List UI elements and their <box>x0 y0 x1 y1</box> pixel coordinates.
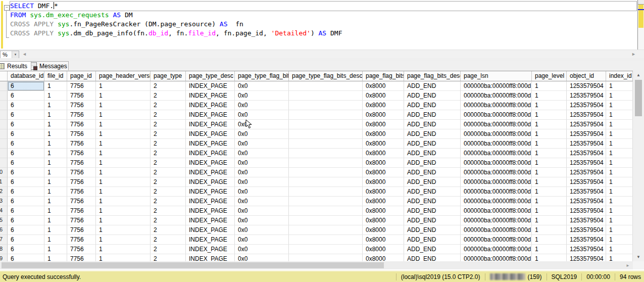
cell-object_id[interactable]: 1253579504 <box>567 216 606 225</box>
cell-file_id[interactable]: 1 <box>44 235 67 245</box>
code-line[interactable]: CROSS APPLY sys.fn_PageResCracker (DM.pa… <box>10 20 636 29</box>
cell-page_flag_bits[interactable]: 0x8000 <box>363 187 404 197</box>
cell-object_id[interactable]: 1253579504 <box>567 254 606 262</box>
cell-file_id[interactable]: 1 <box>44 139 67 149</box>
cell-page_id[interactable]: 7756 <box>67 149 96 158</box>
cell-page_id[interactable]: 7756 <box>67 197 96 206</box>
cell-page_type_flag_bits[interactable]: 0x0 <box>235 216 289 225</box>
row-header[interactable]: 2 <box>0 91 8 101</box>
cell-page_header_version[interactable]: 1 <box>96 139 151 149</box>
cell-index_id[interactable]: 1 <box>606 254 633 262</box>
cell-page_flag_bits_desc[interactable]: ADD_END <box>404 149 461 158</box>
cell-index_id[interactable]: 1 <box>606 187 633 197</box>
cell-index_id[interactable]: 1 <box>606 206 633 216</box>
column-header-page_level[interactable]: page_level <box>532 71 567 81</box>
selected-cell-database_id[interactable]: 6 <box>8 81 44 91</box>
cell-page_type_flag_bits_desc[interactable] <box>289 149 363 158</box>
cell-page_flag_bits[interactable]: 0x8000 <box>363 177 404 187</box>
cell-page_flag_bits_desc[interactable]: ADD_END <box>404 91 461 101</box>
grid-vscroll-thumb[interactable] <box>635 80 642 116</box>
cell-page_header_version[interactable]: 1 <box>96 187 151 197</box>
cell-page_type[interactable]: 2 <box>151 254 186 262</box>
cell-object_id[interactable]: 1253579504 <box>567 158 606 168</box>
cell-page_type_flag_bits_desc[interactable] <box>289 187 363 197</box>
code-line[interactable]: CROSS APPLY sys.dm_db_page_info(fn.db_id… <box>10 29 636 38</box>
cell-page_flag_bits[interactable]: 0x8000 <box>363 197 404 206</box>
cell-page_type_desc[interactable]: INDEX_PAGE <box>186 139 235 149</box>
cell-page_type_flag_bits_desc[interactable] <box>289 197 363 206</box>
cell-page_type_flag_bits[interactable]: 0x0 <box>235 225 289 235</box>
cell-page_type_flag_bits[interactable]: 0x0 <box>235 120 289 129</box>
cell-page_type[interactable]: 2 <box>151 101 186 110</box>
cell-page_level[interactable]: 1 <box>532 149 567 158</box>
cell-page_type_desc[interactable]: INDEX_PAGE <box>186 81 235 91</box>
cell-page_type[interactable]: 2 <box>151 110 186 120</box>
cell-index_id[interactable]: 1 <box>606 101 633 110</box>
cell-index_id[interactable]: 1 <box>606 120 633 129</box>
cell-page_header_version[interactable]: 1 <box>96 225 151 235</box>
cell-page_type[interactable]: 2 <box>151 158 186 168</box>
cell-page_type_desc[interactable]: INDEX_PAGE <box>186 129 235 139</box>
cell-index_id[interactable]: 1 <box>606 91 633 101</box>
cell-index_id[interactable]: 1 <box>606 225 633 235</box>
row-header[interactable]: 11 <box>0 177 8 187</box>
row-header[interactable]: 17 <box>0 235 8 245</box>
cell-object_id[interactable]: 1253579504 <box>567 197 606 206</box>
cell-page_type_desc[interactable]: INDEX_PAGE <box>186 158 235 168</box>
cell-page_type_flag_bits_desc[interactable] <box>289 129 363 139</box>
cell-page_lsn[interactable]: 000000ba:00000ff8:000d <box>461 254 532 262</box>
cell-page_level[interactable]: 1 <box>532 129 567 139</box>
cell-index_id[interactable]: 1 <box>606 110 633 120</box>
cell-page_id[interactable]: 7756 <box>67 81 96 91</box>
cell-database_id[interactable]: 6 <box>8 206 44 216</box>
cell-page_type[interactable]: 2 <box>151 129 186 139</box>
cell-page_lsn[interactable]: 000000ba:00000ff8:000d <box>461 101 532 110</box>
cell-page_header_version[interactable]: 1 <box>96 245 151 254</box>
tab-messages[interactable]: Messages <box>26 61 69 70</box>
cell-page_flag_bits[interactable]: 0x8000 <box>363 101 404 110</box>
cell-page_id[interactable]: 7756 <box>67 168 96 177</box>
cell-database_id[interactable]: 6 <box>8 177 44 187</box>
cell-page_flag_bits[interactable]: 0x8000 <box>363 149 404 158</box>
cell-page_level[interactable]: 1 <box>532 235 567 245</box>
cell-page_lsn[interactable]: 000000ba:00000ff8:000d <box>461 110 532 120</box>
cell-page_id[interactable]: 7756 <box>67 235 96 245</box>
cell-page_type_flag_bits[interactable]: 0x0 <box>235 158 289 168</box>
cell-page_id[interactable]: 7756 <box>67 120 96 129</box>
cell-index_id[interactable]: 1 <box>606 158 633 168</box>
cell-object_id[interactable]: 1253579504 <box>567 139 606 149</box>
cell-page_type[interactable]: 2 <box>151 81 186 91</box>
cell-page_type[interactable]: 2 <box>151 149 186 158</box>
column-header-page_type[interactable]: page_type <box>151 71 186 81</box>
cell-page_flag_bits[interactable]: 0x8000 <box>363 81 404 91</box>
cell-page_header_version[interactable]: 1 <box>96 235 151 245</box>
cell-database_id[interactable]: 6 <box>8 129 44 139</box>
cell-page_lsn[interactable]: 000000ba:00000ff8:000d <box>461 235 532 245</box>
cell-page_lsn[interactable]: 000000ba:00000ff8:000d <box>461 197 532 206</box>
cell-page_level[interactable]: 1 <box>532 81 567 91</box>
cell-file_id[interactable]: 1 <box>44 81 67 91</box>
cell-page_type_flag_bits[interactable]: 0x0 <box>235 177 289 187</box>
cell-page_type[interactable]: 2 <box>151 206 186 216</box>
cell-index_id[interactable]: 1 <box>606 197 633 206</box>
cell-object_id[interactable]: 1253579504 <box>567 129 606 139</box>
scroll-right-icon[interactable]: ► <box>631 52 636 57</box>
grid-horizontal-scrollbar[interactable]: ► <box>0 261 633 269</box>
cell-page_type_desc[interactable]: INDEX_PAGE <box>186 120 235 129</box>
row-header[interactable]: 13 <box>0 197 8 206</box>
cell-page_type_flag_bits_desc[interactable] <box>289 110 363 120</box>
cell-page_flag_bits_desc[interactable]: ADD_END <box>404 197 461 206</box>
column-header-page_flag_bits[interactable]: page_flag_bits <box>363 71 404 81</box>
cell-database_id[interactable]: 6 <box>8 101 44 110</box>
cell-database_id[interactable]: 6 <box>8 254 44 262</box>
cell-file_id[interactable]: 1 <box>44 225 67 235</box>
cell-page_type_flag_bits[interactable]: 0x0 <box>235 91 289 101</box>
cell-page_id[interactable]: 7756 <box>67 139 96 149</box>
cell-index_id[interactable]: 1 <box>606 245 633 254</box>
column-header-page_id[interactable]: page_id <box>67 71 96 81</box>
cell-page_type_desc[interactable]: INDEX_PAGE <box>186 187 235 197</box>
row-header[interactable]: 1 <box>0 81 8 91</box>
cell-object_id[interactable]: 1253579504 <box>567 149 606 158</box>
cell-page_flag_bits_desc[interactable]: ADD_END <box>404 187 461 197</box>
editor-horizontal-scrollbar[interactable]: % ▼ ◄ ► <box>0 50 644 58</box>
